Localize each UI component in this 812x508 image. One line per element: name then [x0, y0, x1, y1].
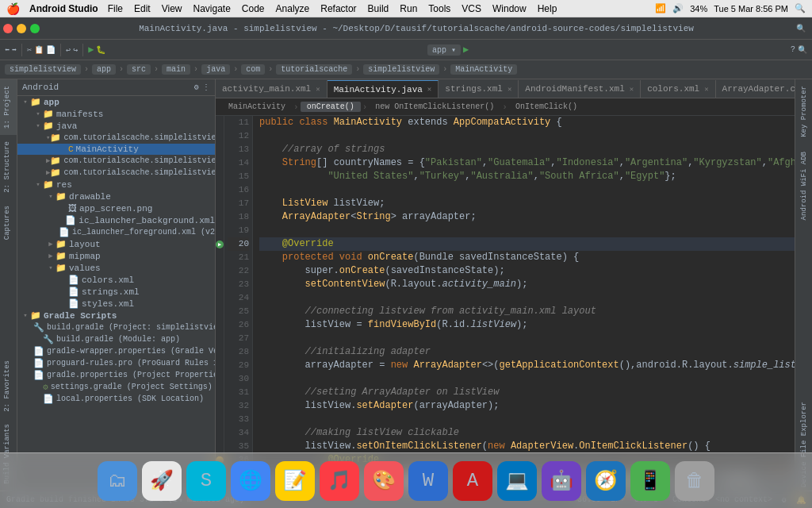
- key-promoter-tab[interactable]: Key Promoter: [799, 83, 810, 140]
- dock-finder[interactable]: 🗂: [98, 461, 137, 501]
- tree-item-gradle-props[interactable]: 📄 gradle.properties (Project Properties): [17, 369, 215, 381]
- tree-item-proguard[interactable]: 📄 proguard-rules.pro (ProGuard Rules 1..…: [17, 357, 215, 369]
- tree-item-styles[interactable]: 📄 styles.xml: [17, 298, 215, 310]
- maximize-button[interactable]: [30, 24, 40, 33]
- tab-activity-main[interactable]: activity_main.xml ✕: [216, 80, 327, 98]
- menu-edit[interactable]: Edit: [134, 3, 151, 14]
- tree-item-ic-bg[interactable]: 📄 ic_launcher_background.xml: [17, 214, 215, 226]
- tree-item-app[interactable]: ▾ 📁 app: [17, 96, 215, 108]
- tree-item-values[interactable]: ▾ 📁 values: [17, 262, 215, 274]
- tab-close-btn[interactable]: ✕: [316, 85, 320, 94]
- tree-item-pkg1[interactable]: ▾ 📁 com.tutorialscache.simplelistview: [17, 132, 215, 144]
- menu-build[interactable]: Build: [368, 3, 389, 14]
- tab-close-btn[interactable]: ✕: [704, 85, 708, 94]
- run-btn[interactable]: ▶: [463, 44, 469, 56]
- project-tab[interactable]: 1: Project: [0, 79, 17, 135]
- toolbar-icon-1[interactable]: ⬅: [5, 45, 10, 55]
- run-gutter-icon[interactable]: ▶: [216, 237, 224, 251]
- search-icon[interactable]: 🔍: [795, 3, 806, 13]
- breadcrumb-simplelistview2[interactable]: simplelistview: [363, 64, 439, 75]
- menu-run[interactable]: Run: [400, 3, 417, 14]
- tree-item-pkg2[interactable]: ▶ 📁 com.tutorialscache.simplelistview: [17, 155, 215, 167]
- dock-launchpad[interactable]: 🚀: [142, 461, 182, 501]
- breadcrumb-src[interactable]: src: [127, 64, 151, 75]
- search-toolbar-btn[interactable]: 🔍: [793, 21, 809, 37]
- tree-item-gradle-wrapper[interactable]: 📄 gradle-wrapper.properties (Gradle Ve..…: [17, 345, 215, 357]
- breadcrumb-tutorialscache[interactable]: tutorialscache: [276, 64, 352, 75]
- debug-button[interactable]: 🐛: [96, 45, 105, 55]
- run-button[interactable]: ▶: [88, 44, 94, 56]
- toolbar-icon-7[interactable]: ↪: [73, 45, 78, 55]
- method-tab-onitemclick[interactable]: OnItemClick(): [509, 102, 584, 112]
- tree-item-strings[interactable]: 📄 strings.xml: [17, 286, 215, 298]
- wifi-adb-tab[interactable]: Android WiFi ADB: [799, 148, 810, 223]
- toolbar-icon-3[interactable]: ✂: [27, 45, 32, 55]
- breadcrumb-com[interactable]: com: [241, 64, 265, 75]
- tree-item-settings-gradle[interactable]: ⚙ settings.gradle (Project Settings): [17, 381, 215, 393]
- method-tab-mainactivity[interactable]: MainActivity: [222, 102, 292, 112]
- tree-item-res[interactable]: ▾ 📁 res: [17, 179, 215, 190]
- close-button[interactable]: [3, 24, 13, 33]
- run-config[interactable]: app ▾: [427, 44, 461, 56]
- menu-view[interactable]: View: [162, 3, 182, 14]
- breadcrumb-main[interactable]: main: [162, 64, 190, 75]
- tree-item-ic-fg[interactable]: 📄 ic_launcher_foreground.xml (v2...: [17, 226, 215, 238]
- dock-stickies[interactable]: 📝: [275, 461, 315, 501]
- menu-help[interactable]: Help: [538, 3, 557, 14]
- tab-colors[interactable]: colors.xml ✕: [641, 80, 715, 98]
- dock-android-studio[interactable]: 🤖: [542, 461, 581, 501]
- code-content[interactable]: public class MainActivity extends AppCom…: [253, 116, 795, 471]
- dock-skype[interactable]: S: [186, 461, 226, 501]
- method-tab-newlistener[interactable]: new OnItemClickListener(): [369, 102, 500, 112]
- tree-item-drawable[interactable]: ▾ 📁 drawable: [17, 190, 215, 202]
- breadcrumb-simplelistview[interactable]: simplelistview: [5, 64, 81, 75]
- dock-safari[interactable]: 🧭: [586, 461, 626, 501]
- code-editor[interactable]: ▶: [216, 116, 795, 471]
- captures-tab[interactable]: Captures: [0, 199, 17, 246]
- tree-item-manifests[interactable]: ▾ 📁 manifests: [17, 108, 215, 120]
- tree-item-mipmap[interactable]: ▶ 📁 mipmap: [17, 250, 215, 262]
- dock-trash[interactable]: 🗑: [675, 461, 714, 501]
- menu-file[interactable]: File: [108, 3, 123, 14]
- menu-code[interactable]: Code: [242, 3, 265, 14]
- menu-window[interactable]: Window: [492, 3, 527, 14]
- menu-analyze[interactable]: Analyze: [276, 3, 310, 14]
- breadcrumb-java[interactable]: java: [201, 64, 230, 75]
- tab-close-btn[interactable]: ✕: [508, 85, 511, 94]
- tab-strings[interactable]: strings.xml ✕: [439, 80, 519, 98]
- toolbar-icon-2[interactable]: ➡: [12, 45, 17, 55]
- menu-vcs[interactable]: VCS: [462, 3, 481, 14]
- apple-menu[interactable]: 🍎: [6, 2, 20, 15]
- minimize-button[interactable]: [17, 24, 26, 33]
- menu-refactor[interactable]: Refactor: [320, 3, 356, 14]
- dock-acrobat[interactable]: A: [453, 461, 492, 501]
- tree-item-local-props[interactable]: 📄 local.properties (SDK Location): [17, 393, 215, 405]
- tab-arrayadapter[interactable]: ArrayAdapter.class ✕: [716, 80, 795, 98]
- tree-item-mainactivity[interactable]: C MainActivity: [17, 144, 215, 155]
- toolbar-icon-4[interactable]: 📋: [34, 45, 44, 55]
- tree-item-pkg3[interactable]: ▶ 📁 com.tutorialscache.simplelistview: [17, 167, 215, 179]
- tree-item-build-gradle-project[interactable]: 🔧 build.gradle (Project: simplelistview): [17, 321, 215, 333]
- dock-phone[interactable]: 📱: [630, 461, 670, 501]
- tab-close-btn[interactable]: ✕: [630, 85, 634, 94]
- tab-androidmanifest[interactable]: AndroidManifest.xml ✕: [519, 80, 641, 98]
- structure-tab[interactable]: 2: Structure: [0, 135, 17, 199]
- panel-sync-btn[interactable]: ⚙: [194, 83, 199, 92]
- tree-item-colors[interactable]: 📄 colors.xml: [17, 274, 215, 286]
- method-tab-oncreate[interactable]: onCreate(): [301, 102, 361, 112]
- menu-navigate[interactable]: Navigate: [193, 3, 230, 14]
- dock-word[interactable]: W: [408, 461, 448, 501]
- dock-music[interactable]: 🎵: [320, 461, 359, 501]
- tab-mainactivity-java[interactable]: MainActivity.java ✕: [327, 80, 439, 98]
- breadcrumb-mainactivity[interactable]: MainActivity: [450, 64, 517, 75]
- dock-vs-code[interactable]: 💻: [497, 461, 537, 501]
- dock-sketch[interactable]: 🎨: [364, 461, 404, 501]
- toolbar-search-btn[interactable]: 🔍: [798, 45, 807, 55]
- tree-item-build-gradle-app[interactable]: 🔧 build.gradle (Module: app): [17, 333, 215, 345]
- dock-chrome[interactable]: 🌐: [231, 461, 270, 501]
- tab-close-btn[interactable]: ✕: [427, 85, 431, 94]
- menu-tools[interactable]: Tools: [428, 3, 450, 14]
- tree-item-app-screen[interactable]: 🖼 app_screen.png: [17, 202, 215, 214]
- panel-gear-btn[interactable]: ⋮: [202, 83, 210, 92]
- tree-item-gradle-scripts[interactable]: ▾ 📁 Gradle Scripts: [17, 310, 215, 321]
